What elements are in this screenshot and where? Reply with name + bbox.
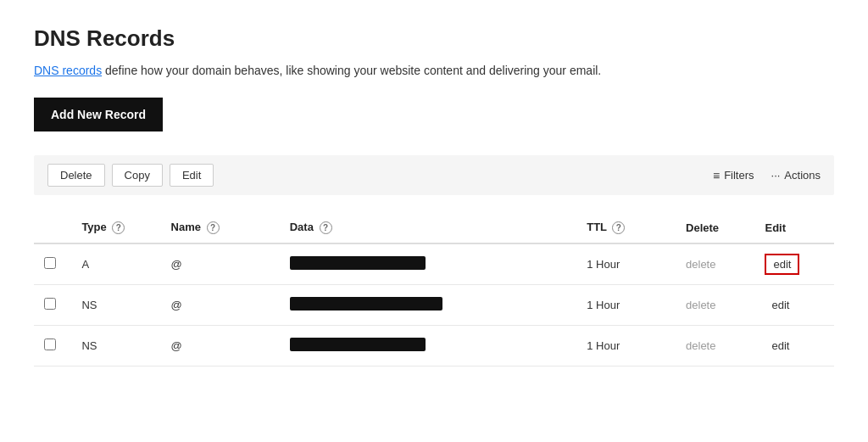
row-ttl: 1 Hour <box>576 243 676 285</box>
data-redacted-block <box>290 338 426 351</box>
row-edit-link[interactable]: edit <box>765 337 796 355</box>
row-edit-link[interactable]: edit <box>765 296 796 314</box>
row-type: NS <box>71 285 160 326</box>
edit-button[interactable]: Edit <box>170 164 214 187</box>
row-data <box>280 285 576 326</box>
row-ttl: 1 Hour <box>576 326 676 366</box>
header-data: Data ? <box>280 212 576 243</box>
delete-button[interactable]: Delete <box>47 164 105 187</box>
row-edit-cell: edit <box>754 285 834 326</box>
row-name: @ <box>161 285 280 326</box>
row-data <box>280 326 576 366</box>
table-row: NS @ 1 Hour delete edit <box>34 326 834 366</box>
data-redacted-block <box>290 256 426 270</box>
page-title: DNS Records <box>34 25 834 52</box>
table-header-row: Type ? Name ? Data ? TTL ? Delete Edit <box>34 212 834 243</box>
toolbar-left: Delete Copy Edit <box>47 164 713 187</box>
row-edit-link[interactable]: edit <box>765 254 799 275</box>
actions-button[interactable]: ··· Actions <box>771 169 821 182</box>
data-help-icon[interactable]: ? <box>320 221 332 234</box>
toolbar: Delete Copy Edit ≡ Filters ··· Actions <box>34 155 834 195</box>
row-delete-link[interactable]: delete <box>686 258 715 271</box>
filters-button[interactable]: ≡ Filters <box>713 169 754 182</box>
row-data <box>280 243 576 285</box>
dns-records-table: Type ? Name ? Data ? TTL ? Delete Edit A <box>34 212 834 366</box>
row-type: A <box>71 243 160 285</box>
name-help-icon[interactable]: ? <box>207 221 220 234</box>
subtitle: DNS records define how your domain behav… <box>34 64 834 77</box>
copy-button[interactable]: Copy <box>112 164 163 187</box>
header-checkbox-cell <box>34 212 71 243</box>
row-delete-cell: delete <box>676 326 754 366</box>
data-redacted-block <box>290 297 442 311</box>
row-delete-cell: delete <box>676 243 754 285</box>
header-ttl: TTL ? <box>576 212 676 243</box>
type-help-icon[interactable]: ? <box>112 221 125 234</box>
row-ttl: 1 Hour <box>576 285 676 326</box>
header-edit: Edit <box>754 212 834 243</box>
row-delete-link[interactable]: delete <box>686 339 715 352</box>
row-checkbox[interactable] <box>44 338 56 350</box>
toolbar-right: ≡ Filters ··· Actions <box>713 169 821 182</box>
row-delete-cell: delete <box>676 285 754 326</box>
actions-label: Actions <box>784 169 821 182</box>
row-name: @ <box>161 243 280 285</box>
row-name: @ <box>161 326 280 366</box>
row-delete-link[interactable]: delete <box>686 299 715 311</box>
row-checkbox-cell <box>34 326 71 366</box>
row-edit-cell: edit <box>754 326 834 366</box>
header-type: Type ? <box>71 212 160 243</box>
table-row: A @ 1 Hour delete edit <box>34 243 834 285</box>
actions-icon: ··· <box>771 169 781 182</box>
ttl-help-icon[interactable]: ? <box>612 221 625 234</box>
filters-label: Filters <box>724 169 754 182</box>
header-name: Name ? <box>161 212 280 243</box>
table-row: NS @ 1 Hour delete edit <box>34 285 834 326</box>
row-checkbox-cell <box>34 243 71 285</box>
add-new-record-button[interactable]: Add New Record <box>34 98 163 131</box>
row-checkbox[interactable] <box>44 257 56 269</box>
dns-records-link[interactable]: DNS records <box>34 64 102 77</box>
row-type: NS <box>71 326 160 366</box>
row-checkbox-cell <box>34 285 71 326</box>
header-delete: Delete <box>676 212 754 243</box>
row-checkbox[interactable] <box>44 298 56 310</box>
filter-icon: ≡ <box>713 169 720 182</box>
row-edit-cell: edit <box>754 243 834 285</box>
